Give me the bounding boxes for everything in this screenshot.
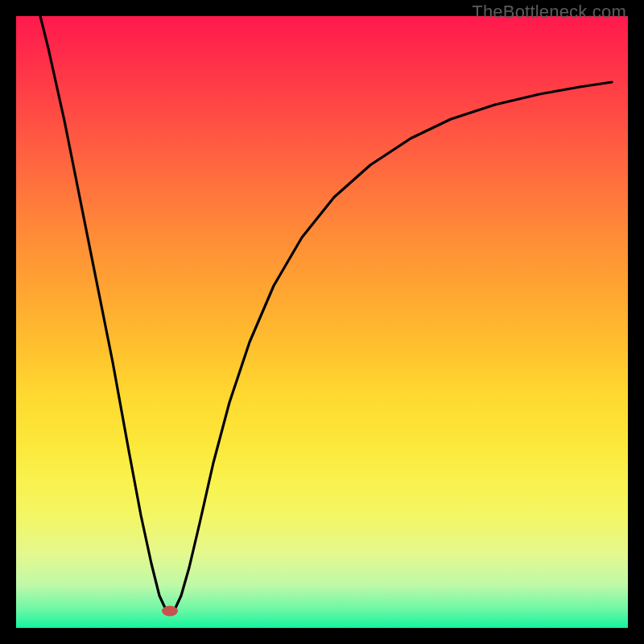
plot-area bbox=[16, 16, 628, 628]
curve-svg bbox=[16, 16, 628, 628]
optimal-point-marker bbox=[162, 606, 178, 617]
watermark-text: TheBottleneck.com bbox=[472, 2, 626, 23]
chart-container: TheBottleneck.com bbox=[0, 0, 644, 644]
bottleneck-curve bbox=[32, 16, 612, 611]
